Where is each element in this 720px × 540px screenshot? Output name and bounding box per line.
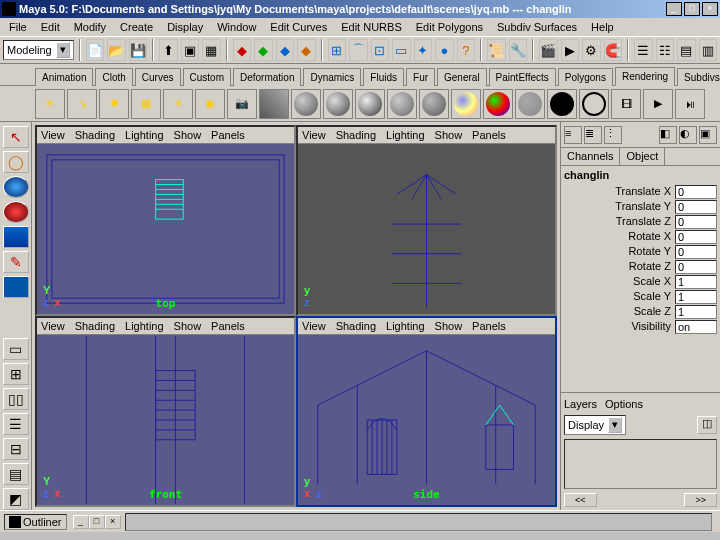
vp-menu-view[interactable]: View [41,320,65,332]
blinn-icon[interactable] [323,89,353,119]
outliner-toggle[interactable]: Outliner [4,514,67,530]
menu-edit[interactable]: Edit [34,19,67,35]
tab-channels[interactable]: Channels [561,148,620,165]
four-pane-button[interactable]: ⊞ [3,363,29,385]
vp-menu-show[interactable]: Show [174,129,202,141]
ambient-light-icon[interactable]: ✴ [163,89,193,119]
select-mask-4[interactable]: ◆ [297,39,316,61]
viewport-side-canvas[interactable]: yx z side [298,335,555,505]
rotate-tool[interactable] [3,201,29,223]
vp-menu-panels[interactable]: Panels [211,129,245,141]
persp-pane-button[interactable]: ◩ [3,488,29,510]
use-background-icon[interactable] [547,89,577,119]
layered-icon[interactable] [419,89,449,119]
outliner-max-icon[interactable]: □ [89,515,105,529]
attribute-editor-icon[interactable]: ◧ [659,126,677,144]
vp-menu-lighting[interactable]: Lighting [386,320,425,332]
viewport-persp[interactable]: View Shading Lighting Show Panels yz [296,125,557,316]
menu-display[interactable]: Display [160,19,210,35]
menu-edit-curves[interactable]: Edit Curves [263,19,334,35]
viewport-front[interactable]: View Shading Lighting Show Panels Yz x [35,316,296,507]
vp-menu-panels[interactable]: Panels [472,129,506,141]
directional-light-icon[interactable]: ↘ [67,89,97,119]
texture-icon[interactable] [259,89,289,119]
scroll-left-button[interactable]: << [564,493,597,507]
menu-edit-polygons[interactable]: Edit Polygons [409,19,490,35]
attr-value[interactable]: 1 [675,290,717,304]
select-object-button[interactable]: ▣ [181,39,200,61]
ipr-button[interactable]: ? [457,39,476,61]
move-tool[interactable] [3,176,29,198]
shelf-tab-painteffects[interactable]: PaintEffects [489,68,556,86]
select-mask-3[interactable]: ◆ [276,39,295,61]
vp-menu-lighting[interactable]: Lighting [386,129,425,141]
vp-menu-view[interactable]: View [302,129,326,141]
viewport-front-canvas[interactable]: Yz x front [37,335,294,505]
channel-icon-2[interactable]: ≣ [584,126,602,144]
two-pane-h-button[interactable]: ☰ [3,413,29,435]
vp-menu-shading[interactable]: Shading [336,129,376,141]
two-pane-v-button[interactable]: ▯▯ [3,388,29,410]
snap-point-button[interactable]: ⊡ [371,39,390,61]
lasso-tool[interactable]: ◯ [3,151,29,173]
batch-render-icon[interactable]: ⏯ [675,89,705,119]
vp-menu-shading[interactable]: Shading [336,320,376,332]
scroll-right-button[interactable]: >> [684,493,717,507]
shelf-tab-dynamics[interactable]: Dynamics [303,68,361,86]
area-light-icon[interactable]: ▦ [131,89,161,119]
channel-icon-1[interactable]: ≡ [564,126,582,144]
object-name[interactable]: changlin [564,169,717,181]
outliner-min-icon[interactable]: _ [73,515,89,529]
attr-value[interactable]: 1 [675,275,717,289]
select-component-button[interactable]: ▦ [202,39,221,61]
shelf-tab-animation[interactable]: Animation [35,68,93,86]
snap-plane-button[interactable]: ▭ [392,39,411,61]
layer-display-dropdown[interactable]: Display ▾ [564,415,626,435]
camera-icon[interactable]: 📷 [227,89,257,119]
single-pane-button[interactable]: ▭ [3,338,29,360]
new-scene-button[interactable]: 📄 [86,39,105,61]
attr-value[interactable]: 0 [675,260,717,274]
magnet-button[interactable]: 🧲 [604,39,623,61]
select-mask-2[interactable]: ◆ [254,39,273,61]
surface-shader-icon[interactable] [515,89,545,119]
attr-value[interactable]: 0 [675,230,717,244]
lambert-icon[interactable] [291,89,321,119]
menu-create[interactable]: Create [113,19,160,35]
ipr-render-button[interactable]: ▶ [561,39,580,61]
minimize-button[interactable]: _ [666,2,682,16]
point-light-icon[interactable]: ✹ [99,89,129,119]
menu-modify[interactable]: Modify [67,19,113,35]
select-hierarchy-button[interactable]: ⬆ [159,39,178,61]
menu-help[interactable]: Help [584,19,621,35]
vp-menu-lighting[interactable]: Lighting [125,129,164,141]
phong-icon[interactable] [355,89,385,119]
module-dropdown[interactable]: Modeling ▾ [3,40,74,60]
layout-4-button[interactable]: ▥ [699,39,718,61]
viewport-persp-canvas[interactable]: yz [298,144,555,314]
menu-edit-nurbs[interactable]: Edit NURBS [334,19,409,35]
layers-menu-layers[interactable]: Layers [564,398,597,410]
attr-value[interactable]: 1 [675,305,717,319]
shelf-tab-fluids[interactable]: Fluids [363,68,404,86]
snap-live-button[interactable]: ✦ [414,39,433,61]
shelf-tab-polygons[interactable]: Polygons [558,68,613,86]
snap-curve-button[interactable]: ⌒ [349,39,368,61]
vp-menu-show[interactable]: Show [435,129,463,141]
snap-toggle-button[interactable]: ● [435,39,454,61]
ramp-icon[interactable] [451,89,481,119]
volume-light-icon[interactable]: ◉ [195,89,225,119]
snap-grid-button[interactable]: ⊞ [328,39,347,61]
shelf-tab-deformation[interactable]: Deformation [233,68,301,86]
vp-menu-view[interactable]: View [302,320,326,332]
maximize-button[interactable]: □ [684,2,700,16]
layout-2-button[interactable]: ☷ [656,39,675,61]
outliner-close-icon[interactable]: × [105,515,121,529]
attr-value[interactable]: 0 [675,215,717,229]
menu-file[interactable]: File [2,19,34,35]
tool-settings-icon[interactable]: ◐ [679,126,697,144]
viewport-top[interactable]: View Shading Lighting Show Panels Yz x t… [35,125,296,316]
channel-box-icon[interactable]: ▣ [699,126,717,144]
select-mask-1[interactable]: ◆ [233,39,252,61]
shelf-tab-subdivs[interactable]: Subdivs [677,68,720,86]
